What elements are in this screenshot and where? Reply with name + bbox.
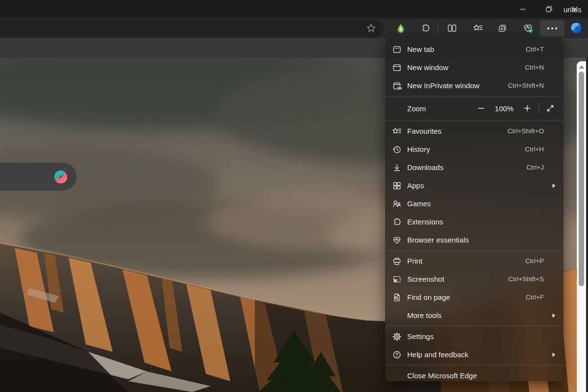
address-bar[interactable]: [0, 19, 384, 37]
menu-item-apps[interactable]: Apps: [385, 176, 564, 195]
menu-item-shortcut: Ctrl+J: [526, 164, 556, 171]
screenshot-icon: [392, 274, 402, 284]
menu-item-label: Settings: [407, 332, 434, 341]
menu-item-settings[interactable]: Settings: [385, 327, 564, 345]
copilot-icon: [568, 20, 584, 36]
add-favorite-button[interactable]: [362, 20, 380, 37]
menu-item-new-tab[interactable]: New tab Ctrl+T: [385, 40, 564, 58]
menu-item-label: New InPrivate window: [407, 81, 480, 90]
menu-item-browser-essentials[interactable]: Browser essentials: [385, 231, 564, 249]
menu-item-screenshot[interactable]: Screenshot Ctrl+Shift+S: [385, 270, 564, 288]
menu-item-downloads[interactable]: Downloads Ctrl+J: [385, 158, 564, 176]
favorite-star-icon: [366, 23, 376, 33]
downloads-icon: [392, 163, 402, 172]
menu-item-label: Close Microsoft Edge: [407, 371, 477, 380]
zoom-label: Zoom: [407, 104, 426, 113]
split-screen-icon: [447, 23, 457, 33]
menu-item-label: Print: [407, 257, 422, 265]
zoom-in-button[interactable]: [520, 101, 535, 116]
menu-item-more-tools[interactable]: More tools: [385, 306, 564, 324]
more-menu-icon: [547, 27, 549, 29]
droplet-extension-icon: [396, 23, 406, 34]
menu-item-label: History: [407, 145, 430, 153]
menu-item-games[interactable]: Games: [385, 195, 564, 213]
fullscreen-icon: [546, 104, 554, 112]
menu-item-label: More tools: [407, 311, 441, 319]
menu-item-shortcut: Ctrl+P: [525, 257, 556, 265]
scrollbar[interactable]: [577, 61, 586, 392]
collections-button[interactable]: [493, 20, 511, 37]
new-tab-icon: [392, 45, 402, 54]
menu-item-zoom: Zoom 100%: [385, 98, 564, 119]
menu-separator: [385, 121, 564, 121]
apps-icon: [392, 181, 402, 191]
menu-item-favourites[interactable]: Favourites Ctrl+Shift+O: [385, 122, 564, 140]
favourites-list-icon: [473, 23, 483, 33]
minimize-button[interactable]: [512, 0, 534, 18]
fullscreen-button[interactable]: [543, 101, 558, 116]
browser-essentials-icon: [392, 235, 402, 245]
titlebar: [0, 0, 588, 18]
settings-and-more-button[interactable]: [540, 20, 564, 37]
menu-item-new-window[interactable]: New window Ctrl+N: [385, 58, 564, 76]
favourites-bar-partial-label[interactable]: urites: [564, 0, 582, 20]
menu-item-shortcut: Ctrl+H: [525, 146, 556, 153]
search-bar[interactable]: [0, 163, 76, 191]
menu-item-shortcut: Ctrl+F: [526, 294, 556, 301]
print-icon: [392, 256, 402, 266]
split-screen-button[interactable]: [443, 20, 461, 37]
toolbar-divider: [438, 24, 438, 32]
menu-item-print[interactable]: Print Ctrl+P: [385, 252, 564, 270]
menu-item-shortcut: Ctrl+N: [525, 64, 556, 71]
favourites-icon: [392, 126, 402, 136]
submenu-arrow-icon: [552, 352, 556, 357]
new-window-icon: [392, 63, 402, 73]
minimize-icon: [520, 6, 526, 12]
favourites-toolbar-button[interactable]: [469, 20, 487, 37]
menu-separator: [385, 365, 564, 366]
submenu-arrow-icon: [552, 313, 556, 318]
menu-item-shortcut: Ctrl+Shift+S: [508, 275, 556, 283]
collections-icon: [497, 23, 508, 33]
zoom-value: 100%: [489, 104, 520, 113]
window-right-edge: [586, 58, 588, 392]
restore-icon: [546, 6, 552, 12]
scrollbar-thumb[interactable]: [579, 72, 584, 286]
menu-item-help-and-feedback[interactable]: Help and feedback: [385, 345, 564, 364]
settings-and-more-menu: New tab Ctrl+T New window Ctrl+N New InP…: [385, 38, 564, 381]
inprivate-icon: [392, 81, 402, 91]
menu-item-label: Favourites: [407, 127, 441, 135]
menu-item-shortcut: Ctrl+Shift+O: [508, 127, 556, 135]
menu-item-extensions[interactable]: Extensions: [385, 213, 564, 231]
zoom-out-button[interactable]: [474, 101, 489, 116]
menu-item-shortcut: Ctrl+T: [526, 46, 556, 53]
extensions-icon: [420, 23, 431, 33]
extensions-toolbar-button[interactable]: [416, 20, 434, 37]
history-icon: [392, 145, 402, 154]
menu-item-label: Find on page: [407, 293, 450, 301]
menu-separator: [385, 326, 564, 326]
zoom-divider: [539, 103, 539, 114]
menu-item-label: Extensions: [407, 218, 443, 226]
menu-item-label: Apps: [407, 181, 424, 190]
restore-button[interactable]: [538, 0, 560, 18]
menu-item-close-microsoft-edge[interactable]: Close Microsoft Edge: [385, 367, 564, 385]
menu-item-shortcut: Ctrl+Shift+N: [508, 82, 556, 89]
menu-item-label: Screenshot: [407, 275, 444, 283]
menu-item-new-inprivate-window[interactable]: New InPrivate window Ctrl+Shift+N: [385, 76, 564, 95]
settings-gear-icon: [392, 332, 402, 342]
extensions-icon: [392, 217, 402, 227]
menu-item-label: Downloads: [407, 163, 443, 172]
browser-essentials-icon: [522, 23, 534, 34]
droplet-extension-button[interactable]: [392, 20, 410, 37]
copilot-color-icon[interactable]: [51, 167, 71, 187]
browser-essentials-button[interactable]: [519, 20, 537, 37]
games-icon: [392, 199, 402, 209]
copilot-toolbar-button[interactable]: [567, 19, 585, 36]
menu-separator: [385, 96, 564, 97]
menu-item-find-on-page[interactable]: Find on page Ctrl+F: [385, 288, 564, 306]
scrollbar-up-arrow-icon[interactable]: [579, 65, 584, 69]
menu-separator: [385, 250, 564, 251]
toolbar: [0, 18, 588, 38]
menu-item-history[interactable]: History Ctrl+H: [385, 140, 564, 158]
